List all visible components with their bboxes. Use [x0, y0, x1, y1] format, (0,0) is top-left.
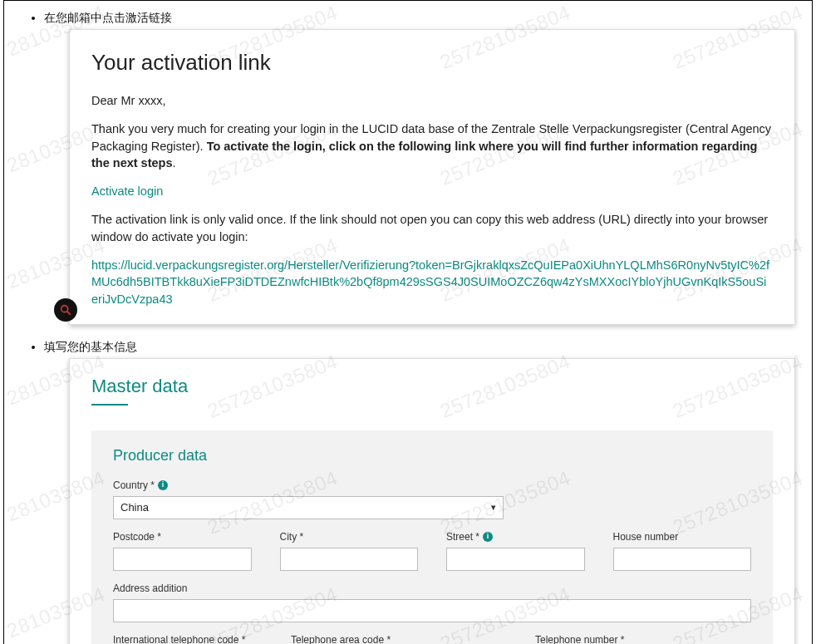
address-addition-input[interactable] — [113, 599, 751, 622]
phone-number-label: Telephone number * — [535, 634, 751, 644]
producer-data-title: Producer data — [113, 447, 751, 465]
country-label: Country * i — [113, 479, 504, 491]
activation-url-link[interactable]: https://lucid.verpackungsregister.org/He… — [91, 258, 769, 306]
street-input[interactable] — [446, 548, 585, 571]
master-data-heading: Master data — [91, 376, 773, 397]
master-data-card: Master data Producer data Country * i Ch… — [69, 358, 795, 644]
city-label: City * — [280, 531, 419, 543]
address-addition-label: Address addition — [113, 583, 751, 594]
producer-data-panel: Producer data Country * i China ▾ — [91, 430, 773, 644]
area-code-label: Telephone area code * — [291, 634, 507, 644]
activate-login-link[interactable]: Activate login — [91, 184, 163, 198]
magnify-icon — [54, 298, 77, 322]
email-body-post: . — [173, 156, 176, 170]
email-title: Your activation link — [91, 50, 773, 76]
info-icon[interactable]: i — [483, 532, 493, 542]
svg-line-1 — [67, 312, 71, 315]
activation-email-card: Your activation link Dear Mr xxxx, Thank… — [69, 29, 795, 325]
postcode-input[interactable] — [113, 548, 252, 571]
postcode-label: Postcode * — [113, 531, 252, 543]
info-icon[interactable]: i — [158, 480, 168, 490]
email-body: Thank you very much for creating your lo… — [91, 120, 773, 171]
email-greeting: Dear Mr xxxx, — [91, 92, 773, 109]
house-number-label: House number — [613, 531, 752, 543]
step-basic-info: 填写您的基本信息 Master data Producer data Count… — [44, 340, 795, 644]
country-select[interactable]: China ▾ — [113, 496, 504, 519]
heading-underline — [91, 404, 128, 406]
caret-down-icon: ▾ — [491, 502, 496, 513]
step-activate-mail: 在您邮箱中点击激活链接 Your activation link Dear Mr… — [44, 11, 795, 325]
house-number-input[interactable] — [613, 548, 752, 571]
step-label: 填写您的基本信息 — [44, 340, 137, 353]
step-label: 在您邮箱中点击激活链接 — [44, 11, 172, 24]
city-input[interactable] — [280, 548, 419, 571]
email-validity-text: The activation link is only valid once. … — [91, 211, 773, 245]
intl-code-label: International telephone code * — [113, 634, 263, 644]
street-label: Street * i — [446, 531, 585, 543]
